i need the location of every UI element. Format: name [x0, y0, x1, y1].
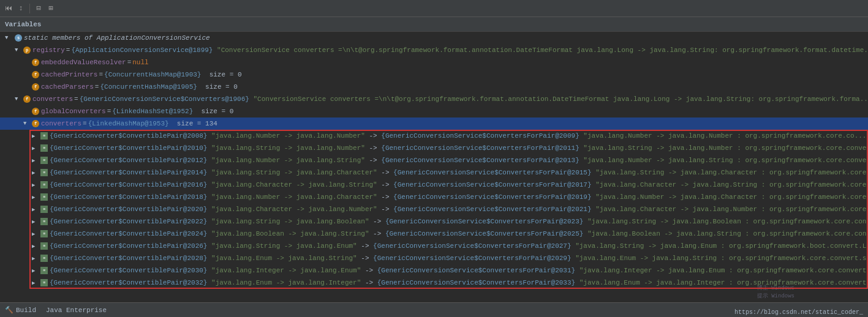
entry-val-ref-8: {GenericConversionService$ConvertersForP…	[385, 230, 583, 237]
entry-val-ref-9: {GenericConversionService$ConvertersForP…	[373, 242, 571, 250]
entry-key-7: {GenericConverter$ConvertiblePair@2022}	[50, 218, 207, 225]
expand-arrow-0[interactable]	[5, 35, 13, 41]
var-row-entry-12[interactable]: ≡ {GenericConverter$ConvertiblePair@2032…	[0, 277, 868, 289]
entry-key-1: {GenericConverter$ConvertiblePair@2010}	[50, 144, 207, 152]
var-string-converters-outer: "ConversionService converters =\n\t@org.…	[249, 95, 868, 103]
expand-arrow-e4[interactable]	[32, 182, 40, 188]
expand-arrow-5[interactable]	[15, 96, 23, 102]
build-icon: 🔨	[5, 306, 13, 314]
expand-arrow-e6[interactable]	[32, 206, 40, 213]
icon-entry-7: ≡	[40, 218, 48, 225]
expand-arrow-e10[interactable]	[32, 255, 40, 262]
var-row-entry-9[interactable]: ≡ {GenericConverter$ConvertiblePair@2026…	[0, 240, 868, 252]
entry-val-ref-7: {GenericConversionService$ConvertersForP…	[385, 218, 583, 225]
expand-arrow-e2[interactable]	[32, 157, 40, 164]
var-row-entry-3[interactable]: ≡ {GenericConverter$ConvertiblePair@2014…	[0, 166, 868, 179]
var-size-global: size = 0	[193, 108, 233, 115]
expand-arrow-e1[interactable]	[32, 145, 40, 152]
build-tab[interactable]: 🔨 Build	[5, 306, 36, 314]
var-row-entry-2[interactable]: ≡ {GenericConverter$ConvertiblePair@2012…	[0, 154, 868, 166]
var-size-cached-printers: size = 0	[201, 71, 241, 78]
icon-f-2: f	[32, 71, 39, 78]
variables-panel[interactable]: s static members of ApplicationConversio…	[0, 32, 868, 316]
entry-key-4: {GenericConverter$ConvertiblePair@2016}	[50, 181, 207, 188]
icon-f-3: f	[32, 83, 39, 91]
entry-key-2: {GenericConverter$ConvertiblePair@2012}	[50, 157, 207, 164]
var-ref-cached-printers: {ConcurrentHashMap@1903}	[104, 71, 201, 78]
var-name-cached-parsers: cachedParsers	[41, 83, 94, 91]
var-row-entry-5[interactable]: ≡ {GenericConverter$ConvertiblePair@2018…	[0, 191, 868, 203]
java-enterprise-tab[interactable]: Java Enterprise	[46, 307, 107, 314]
entry-val-ref-10: {GenericConversionService$ConvertersForP…	[373, 255, 571, 262]
var-row-entry-4[interactable]: ≡ {GenericConverter$ConvertiblePair@2016…	[0, 179, 868, 191]
entry-key-3: {GenericConverter$ConvertiblePair@2014}	[50, 169, 207, 176]
icon-entry-10: ≡	[40, 255, 48, 262]
expand-arrow-e7[interactable]	[32, 218, 40, 225]
section-title: Variables	[5, 21, 41, 28]
var-row-converters-outer[interactable]: f converters = {GenericConversionService…	[0, 93, 868, 105]
icon-entry-11: ≡	[40, 267, 48, 274]
icon-f-6: f	[32, 120, 39, 127]
entry-key-9: {GenericConverter$ConvertiblePair@2026}	[50, 242, 207, 250]
section-header: Variables	[0, 17, 868, 32]
expand-arrow-e0[interactable]	[32, 133, 40, 140]
toolbar-icon-4[interactable]: ⊞	[46, 4, 56, 13]
var-name-converters-outer: converters	[32, 95, 73, 103]
entry-key-8: {GenericConverter$ConvertiblePair@2024}	[50, 230, 207, 237]
var-row-global-converters[interactable]: f globalConverters = {LinkedHashSet@1952…	[0, 105, 868, 117]
icon-entry-5: ≡	[40, 193, 48, 201]
expand-arrow-1[interactable]	[15, 47, 23, 53]
var-row-entry-10[interactable]: ≡ {GenericConverter$ConvertiblePair@2028…	[0, 252, 868, 264]
var-name-cached-printers: cachedPrinters	[41, 71, 97, 78]
entry-val-ref-4: {GenericConversionService$ConvertersForP…	[393, 181, 591, 188]
var-row-entry-7[interactable]: ≡ {GenericConverter$ConvertiblePair@2022…	[0, 215, 868, 228]
expand-arrow-e11[interactable]	[32, 267, 40, 274]
var-row-cached-printers[interactable]: f cachedPrinters = {ConcurrentHashMap@19…	[0, 69, 868, 81]
toolbar: ⏮ ↕ ⊟ ⊞	[0, 0, 868, 17]
entry-key-10: {GenericConverter$ConvertiblePair@2028}	[50, 255, 207, 262]
var-row-converters-inner[interactable]: f converters = {LinkedHashMap@1953} size…	[0, 117, 868, 130]
var-row-cached-parsers[interactable]: f cachedParsers = {ConcurrentHashMap@190…	[0, 81, 868, 93]
entry-key-12: {GenericConverter$ConvertiblePair@2032}	[50, 279, 207, 286]
var-ref-cached-parsers: {ConcurrentHashMap@1905}	[100, 83, 197, 91]
entry-val-ref-0: {GenericConversionService$ConvertersForP…	[381, 132, 579, 140]
static-label: static members of ApplicationConversionS…	[24, 34, 210, 42]
icon-f-1: f	[32, 59, 39, 66]
entry-val-ref-1: {GenericConversionService$ConvertersForP…	[381, 144, 579, 152]
var-row-registry[interactable]: p registry = {ApplicationConversionServi…	[0, 44, 868, 56]
var-name-global: globalConverters	[41, 108, 106, 115]
icon-entry-6: ≡	[40, 206, 48, 213]
entry-val-ref-11: {GenericConversionService$ConvertersForP…	[377, 267, 575, 274]
expand-arrow-e12[interactable]	[32, 280, 40, 286]
entry-key-6: {GenericConverter$ConvertiblePair@2020}	[50, 206, 207, 213]
entry-val-ref-3: {GenericConversionService$ConvertersForP…	[393, 169, 591, 176]
var-row-entry-0[interactable]: ≡ {GenericConverter$ConvertiblePair@2008…	[0, 130, 868, 142]
toolbar-icon-1[interactable]: ⏮	[4, 4, 13, 13]
expand-arrow-e8[interactable]	[32, 231, 40, 237]
var-size-cached-parsers: size = 0	[197, 83, 238, 91]
entry-val-ref-5: {GenericConversionService$ConvertersForP…	[393, 193, 591, 201]
var-row-entry-1[interactable]: ≡ {GenericConverter$ConvertiblePair@2010…	[0, 142, 868, 154]
expand-arrow-7[interactable]	[23, 121, 32, 127]
icon-f-4: f	[23, 95, 31, 103]
icon-entry-4: ≡	[40, 181, 48, 188]
icon-entry-3: ≡	[40, 169, 48, 176]
expand-arrow-e5[interactable]	[32, 194, 40, 201]
var-row-static[interactable]: s static members of ApplicationConversio…	[0, 32, 868, 44]
icon-entry-2: ≡	[40, 157, 48, 164]
entry-key-11: {GenericConverter$ConvertiblePair@2030}	[50, 267, 207, 274]
toolbar-icon-3[interactable]: ⊟	[34, 4, 43, 13]
expand-arrow-e3[interactable]	[32, 170, 40, 176]
var-name-registry: registry	[32, 47, 65, 54]
var-row-entry-8[interactable]: ≡ {GenericConverter$ConvertiblePair@2024…	[0, 228, 868, 240]
var-row-entry-6[interactable]: ≡ {GenericConverter$ConvertiblePair@2020…	[0, 203, 868, 215]
var-row-embedded[interactable]: f embeddedValueResolver = null	[0, 56, 868, 69]
var-ref-registry: {ApplicationConversionService@1899}	[71, 47, 213, 54]
expand-arrow-e9[interactable]	[32, 243, 40, 250]
entry-val-ref-6: {GenericConversionService$ConvertersForP…	[393, 206, 591, 213]
toolbar-icon-2[interactable]: ↕	[16, 4, 26, 13]
entry-key-5: {GenericConverter$ConvertiblePair@2018}	[50, 193, 207, 201]
icon-static: s	[15, 34, 22, 42]
var-row-entry-11[interactable]: ≡ {GenericConverter$ConvertiblePair@2030…	[0, 264, 868, 277]
icon-entry-12: ≡	[40, 279, 48, 286]
